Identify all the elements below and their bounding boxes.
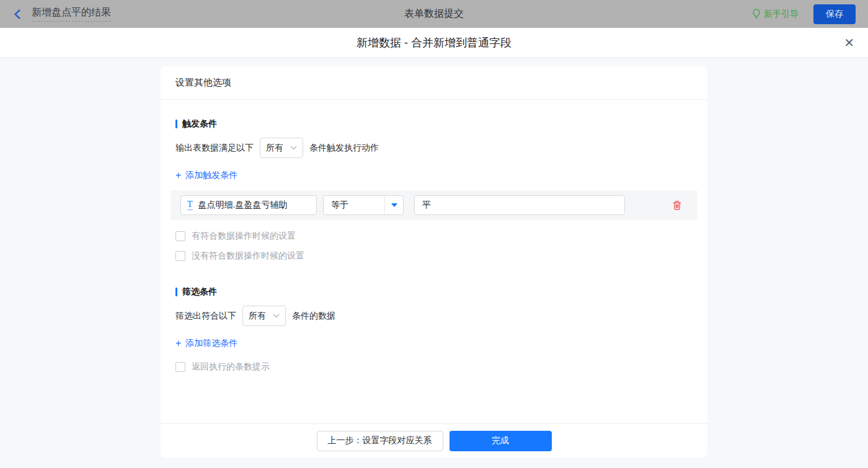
beginner-guide-button[interactable]: 新手引导 (752, 9, 799, 20)
back-button[interactable] (12, 9, 23, 20)
condition-operator-select[interactable]: 等于 (323, 195, 404, 215)
add-trigger-condition-link[interactable]: + 添加触发条件 (175, 170, 693, 181)
trigger-section-title: 触发条件 (175, 118, 693, 130)
filter-match-mode-value: 所有 (249, 311, 266, 322)
done-button[interactable]: 完成 (450, 431, 552, 451)
chevron-down-icon (290, 146, 297, 150)
no-matching-data-checkbox[interactable] (175, 251, 185, 261)
section-accent-bar (175, 120, 177, 128)
trigger-sentence-suffix: 条件触发执行动作 (309, 143, 379, 154)
trigger-checkbox-row: 没有符合数据操作时候的设置 (175, 250, 693, 262)
operator-caret-zone (384, 196, 403, 214)
condition-field-value: 盘点明细.盘盈盘亏辅助 (198, 200, 288, 211)
lightbulb-icon (752, 9, 761, 19)
back-chevron-icon (12, 9, 23, 20)
modal-header: 新增数据 - 合并新增到普通字段 ✕ (0, 28, 868, 58)
options-card: 设置其他选项 触发条件 输出表数据满足以下 所有 条件触发执行动作 + 添 (161, 66, 707, 457)
trigger-checkbox-row: 有符合数据操作时候的设置 (175, 231, 693, 242)
condition-field-select[interactable]: T 盘点明细.盘盈盘亏辅助 (180, 195, 317, 215)
card-footer: 上一步：设置字段对应关系 完成 (161, 423, 707, 457)
modal-title: 新增数据 - 合并新增到普通字段 (356, 35, 512, 50)
top-bar: 新增盘点平的结果 表单数据提交 新手引导 保存 (0, 0, 868, 28)
chevron-down-icon (273, 314, 280, 318)
modal-body: 设置其他选项 触发条件 输出表数据满足以下 所有 条件触发执行动作 + 添 (0, 58, 868, 468)
beginner-guide-label: 新手引导 (764, 9, 799, 20)
card-header-title: 设置其他选项 (161, 66, 707, 100)
trigger-match-mode-value: 所有 (266, 143, 283, 154)
plus-icon: + (175, 170, 181, 181)
text-field-type-icon: T (187, 200, 193, 210)
checkbox-label: 没有符合数据操作时候的设置 (192, 250, 304, 262)
condition-value-input[interactable] (414, 195, 625, 215)
checkbox-label: 有符合数据操作时候的设置 (192, 231, 296, 242)
topbar-actions: 新手引导 保存 (752, 4, 856, 24)
workflow-title[interactable]: 新增盘点平的结果 (32, 6, 111, 22)
filter-match-sentence: 筛选出符合以下 所有 条件的数据 (175, 306, 693, 326)
trigger-match-mode-select[interactable]: 所有 (260, 138, 303, 158)
save-button[interactable]: 保存 (813, 4, 856, 24)
delete-condition-button[interactable] (672, 200, 682, 211)
checkbox-label: 返回执行的条数提示 (192, 361, 270, 373)
card-body: 触发条件 输出表数据满足以下 所有 条件触发执行动作 + 添加触发条件 T (161, 100, 707, 423)
trigger-sentence-prefix: 输出表数据满足以下 (175, 143, 254, 154)
return-count-tip-checkbox[interactable] (175, 362, 185, 372)
trigger-condition-row: T 盘点明细.盘盈盘亏辅助 等于 (170, 190, 698, 220)
filter-section-title: 筛选条件 (175, 286, 693, 298)
topbar-center-title: 表单数据提交 (0, 7, 868, 20)
filter-sentence-suffix: 条件的数据 (292, 311, 335, 322)
close-icon[interactable]: ✕ (844, 37, 854, 49)
previous-step-button[interactable]: 上一步：设置字段对应关系 (317, 431, 443, 451)
filter-sentence-prefix: 筛选出符合以下 (175, 311, 236, 322)
has-matching-data-checkbox[interactable] (175, 231, 185, 241)
trash-icon (672, 200, 682, 211)
add-filter-condition-link[interactable]: + 添加筛选条件 (175, 338, 693, 349)
trigger-match-sentence: 输出表数据满足以下 所有 条件触发执行动作 (175, 138, 693, 158)
plus-icon: + (175, 338, 181, 349)
condition-operator-value: 等于 (324, 200, 384, 211)
section-accent-bar (175, 288, 177, 296)
filter-checkbox-row: 返回执行的条数提示 (175, 361, 693, 373)
caret-down-icon (391, 203, 397, 207)
filter-match-mode-select[interactable]: 所有 (242, 306, 286, 326)
